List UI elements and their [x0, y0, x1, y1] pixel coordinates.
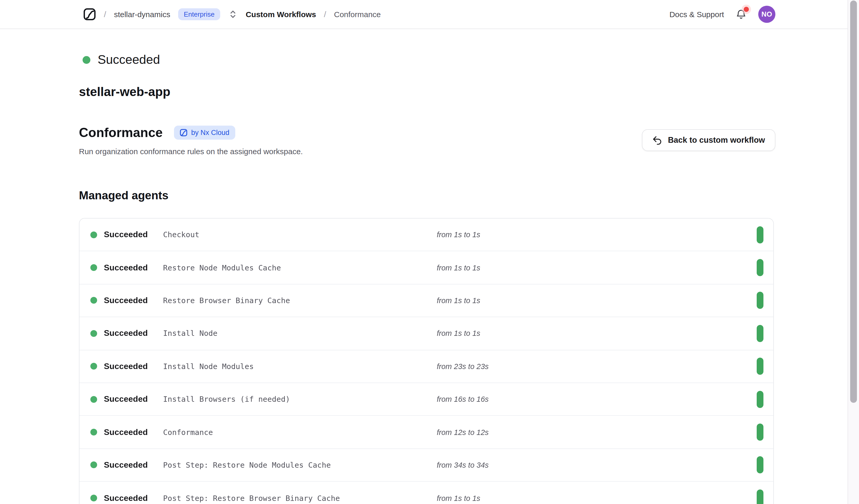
step-status-cell: Succeeded [90, 395, 163, 404]
step-status-label: Succeeded [104, 362, 148, 371]
agent-step-row[interactable]: Succeeded Conformance from 12s to 12s [79, 416, 773, 449]
step-status-cell: Succeeded [90, 263, 163, 272]
notifications-button[interactable] [735, 9, 747, 20]
step-name: Install Node Modules [163, 362, 437, 371]
step-status-cell: Succeeded [90, 494, 163, 503]
agent-step-row[interactable]: Succeeded Restore Node Modules Cache fro… [79, 251, 773, 285]
plan-badge: Enterprise [178, 8, 221, 20]
step-name: Install Node [163, 329, 437, 338]
step-status-cell: Succeeded [90, 362, 163, 371]
user-avatar[interactable]: NO [758, 6, 775, 23]
step-name: Restore Node Modules Cache [163, 263, 437, 272]
step-timing: from 12s to 12s [437, 428, 757, 436]
step-duration-bar [757, 490, 764, 504]
step-duration-bar [757, 226, 764, 243]
breadcrumb: / stellar-dynamics Enterprise Custom Wor… [83, 8, 381, 21]
nx-cloud-badge-icon [180, 129, 187, 137]
step-timing: from 16s to 16s [437, 395, 757, 403]
step-duration-bar [757, 259, 764, 276]
back-to-custom-workflow-button[interactable]: Back to custom workflow [642, 129, 775, 151]
step-status-cell: Succeeded [90, 460, 163, 470]
agent-step-row[interactable]: Succeeded Install Browsers (if needed) f… [79, 383, 773, 416]
top-navbar: / stellar-dynamics Enterprise Custom Wor… [0, 0, 859, 29]
conformance-section: Conformance by Nx Cloud Run organization… [79, 125, 775, 156]
agent-step-row[interactable]: Succeeded Install Node Modules from 23s … [79, 350, 773, 383]
step-timing: from 1s to 1s [437, 329, 757, 338]
step-duration-bar [757, 292, 764, 309]
step-success-dot [90, 330, 97, 337]
step-duration-bar [757, 457, 764, 474]
step-status-cell: Succeeded [90, 230, 163, 239]
step-success-dot [90, 297, 97, 304]
back-button-label: Back to custom workflow [668, 136, 765, 145]
step-success-dot [90, 231, 97, 238]
step-timing: from 1s to 1s [437, 263, 757, 272]
chevron-up-down-icon [229, 10, 237, 19]
step-success-dot [90, 363, 97, 370]
nx-cloud-logo[interactable] [83, 8, 96, 21]
step-status-label: Succeeded [104, 427, 148, 437]
step-timing: from 1s to 1s [437, 230, 757, 239]
app-title: stellar-web-app [79, 85, 859, 99]
navbar-actions: Docs & Support NO [669, 6, 775, 23]
step-name: Post Step: Restore Browser Binary Cache [163, 494, 437, 502]
step-success-dot [90, 264, 97, 271]
run-status: Succeeded [82, 52, 859, 67]
step-success-dot [90, 495, 97, 502]
step-name: Post Step: Restore Node Modules Cache [163, 461, 437, 469]
by-nx-cloud-label: by Nx Cloud [191, 129, 229, 136]
agent-step-row[interactable]: Succeeded Install Node from 1s to 1s [79, 317, 773, 350]
step-status-label: Succeeded [104, 263, 148, 272]
page-scrollbar-thumb[interactable] [850, 1, 857, 403]
docs-support-link[interactable]: Docs & Support [669, 10, 724, 19]
step-success-dot [90, 462, 97, 469]
step-success-dot [90, 429, 97, 436]
step-status-label: Succeeded [104, 230, 148, 239]
step-success-dot [90, 396, 97, 402]
step-duration-bar [757, 358, 764, 375]
step-status-label: Succeeded [104, 460, 148, 470]
by-nx-cloud-badge[interactable]: by Nx Cloud [174, 126, 235, 140]
step-timing: from 1s to 1s [437, 296, 757, 305]
step-duration-bar [757, 391, 764, 408]
step-name: Install Browsers (if needed) [163, 395, 437, 403]
agent-steps-table: Succeeded Checkout from 1s to 1s Succeed… [79, 218, 774, 504]
step-name: Conformance [163, 428, 437, 436]
status-label: Succeeded [97, 52, 160, 67]
section-title: Conformance [79, 125, 163, 140]
breadcrumb-separator: / [324, 10, 326, 19]
breadcrumb-page: Conformance [334, 10, 381, 19]
step-name: Checkout [163, 230, 437, 239]
breadcrumb-workspace[interactable]: stellar-dynamics [114, 10, 170, 19]
step-name: Restore Browser Binary Cache [163, 296, 437, 305]
step-status-label: Succeeded [104, 494, 148, 503]
agent-step-row[interactable]: Succeeded Post Step: Restore Browser Bin… [79, 482, 773, 504]
step-timing: from 23s to 23s [437, 362, 757, 371]
nx-cloud-logo-icon [83, 8, 96, 21]
page-scrollbar-track[interactable] [847, 0, 859, 504]
step-status-label: Succeeded [104, 296, 148, 305]
step-duration-bar [757, 424, 764, 441]
step-timing: from 34s to 34s [437, 461, 757, 469]
notification-dot [744, 6, 749, 12]
breadcrumb-custom-workflows[interactable]: Custom Workflows [246, 10, 316, 19]
agent-step-row[interactable]: Succeeded Restore Browser Binary Cache f… [79, 285, 773, 317]
step-status-cell: Succeeded [90, 329, 163, 338]
arrow-uturn-left-icon [652, 135, 662, 145]
step-status-cell: Succeeded [90, 427, 163, 437]
step-status-label: Succeeded [104, 329, 148, 338]
status-success-dot [82, 56, 90, 64]
step-status-cell: Succeeded [90, 296, 163, 305]
agent-step-row[interactable]: Succeeded Checkout from 1s to 1s [79, 218, 773, 251]
step-timing: from 1s to 1s [437, 494, 757, 502]
managed-agents-heading: Managed agents [79, 189, 859, 202]
workspace-switcher-button[interactable] [228, 9, 238, 20]
nx-cloud-app: / stellar-dynamics Enterprise Custom Wor… [0, 0, 859, 504]
step-duration-bar [757, 325, 764, 342]
step-status-label: Succeeded [104, 395, 148, 404]
agent-step-row[interactable]: Succeeded Post Step: Restore Node Module… [79, 449, 773, 482]
breadcrumb-separator: / [104, 10, 106, 19]
